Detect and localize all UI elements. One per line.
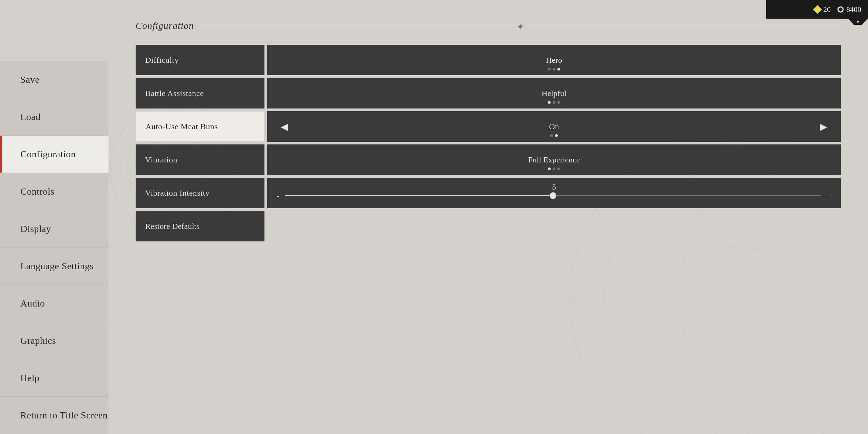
- sidebar-item-controls[interactable]: Controls: [0, 173, 108, 210]
- vibration-dots: [548, 167, 560, 170]
- sidebar-label-configuration: Configuration: [20, 149, 76, 160]
- sidebar-item-language[interactable]: Language Settings: [0, 248, 108, 285]
- arrow-right[interactable]: ▶: [813, 118, 834, 136]
- dot-1: [548, 101, 551, 104]
- dot-2: [553, 167, 555, 170]
- vibration-intensity-row: Vibration Intensity 5 - +: [136, 178, 841, 208]
- sidebar-label-graphics: Graphics: [20, 335, 56, 346]
- vibration-label: Vibration: [136, 144, 264, 175]
- battle-assistance-value[interactable]: Helpful: [267, 78, 841, 108]
- slider-decrease-button[interactable]: -: [277, 186, 279, 200]
- auto-use-row: Auto-Use Meat Buns ◀ On ▶: [136, 111, 841, 142]
- difficulty-value[interactable]: Hero: [267, 45, 841, 75]
- currency-1: 20: [814, 5, 831, 14]
- vibration-row: Vibration Full Experience: [136, 144, 841, 175]
- currency-1-value: 20: [823, 5, 831, 14]
- config-header: Configuration ◈: [136, 20, 841, 31]
- dot-2: [555, 134, 558, 137]
- currency-2: 8400: [837, 5, 861, 14]
- auto-use-label: Auto-Use Meat Buns: [136, 111, 264, 142]
- slider-increase-button[interactable]: +: [827, 186, 831, 200]
- slider-fill: [285, 195, 553, 196]
- vibration-intensity-label: Vibration Intensity: [136, 178, 264, 208]
- dot-3: [557, 68, 560, 71]
- dot-3: [557, 101, 560, 104]
- sidebar: Save Load Configuration Controls Display…: [0, 0, 108, 434]
- dot-1: [548, 167, 551, 170]
- auto-use-dots: [550, 134, 558, 137]
- sidebar-label-language: Language Settings: [20, 261, 94, 272]
- slider-track[interactable]: [285, 195, 821, 196]
- header-ornament: ◈: [515, 22, 526, 30]
- sidebar-item-help[interactable]: Help: [0, 359, 108, 397]
- difficulty-dots: [548, 68, 560, 71]
- sidebar-item-configuration[interactable]: Configuration: [0, 136, 108, 173]
- sidebar-label-display: Display: [20, 223, 51, 234]
- sidebar-item-save[interactable]: Save: [0, 61, 108, 98]
- vibration-value[interactable]: Full Experience: [267, 144, 841, 175]
- battle-assistance-label: Battle Assistance: [136, 78, 264, 108]
- sidebar-item-return[interactable]: Return to Title Screen: [0, 397, 108, 434]
- settings-container: Difficulty Hero Battle Assistance Helpfu…: [136, 45, 841, 241]
- header-line: ◈: [201, 26, 841, 26]
- main-content: Configuration ◈ Difficulty Hero Battl: [108, 0, 868, 434]
- slider-value-display: 5: [552, 182, 556, 192]
- sidebar-label-audio: Audio: [20, 298, 45, 309]
- slider-thumb[interactable]: [550, 192, 556, 199]
- sidebar-label-load: Load: [20, 112, 41, 122]
- restore-defaults-row: Restore Defaults: [136, 211, 841, 241]
- arrow-left[interactable]: ◀: [274, 118, 295, 136]
- sidebar-item-display[interactable]: Display: [0, 210, 108, 248]
- vibration-intensity-slider[interactable]: 5 - +: [267, 178, 841, 208]
- battle-assistance-dots: [548, 101, 560, 104]
- sidebar-label-return: Return to Title Screen: [20, 410, 108, 421]
- sidebar-item-audio[interactable]: Audio: [0, 285, 108, 322]
- difficulty-row: Difficulty Hero: [136, 45, 841, 75]
- dot-3: [557, 167, 560, 170]
- diamond-icon: [813, 5, 822, 14]
- battle-assistance-row: Battle Assistance Helpful: [136, 78, 841, 108]
- dot-1: [550, 134, 553, 137]
- top-bar: 20 8400 ▾: [766, 0, 868, 19]
- sidebar-item-load[interactable]: Load: [0, 98, 108, 136]
- circle-icon: [837, 6, 844, 13]
- sidebar-item-graphics[interactable]: Graphics: [0, 322, 108, 359]
- page-title: Configuration: [136, 20, 194, 31]
- dot-1: [548, 68, 551, 71]
- dot-2: [553, 68, 555, 71]
- currency-2-value: 8400: [846, 5, 861, 14]
- dot-2: [553, 101, 555, 104]
- restore-defaults-button[interactable]: Restore Defaults: [136, 211, 264, 241]
- sidebar-label-help: Help: [20, 373, 39, 383]
- sidebar-label-save: Save: [20, 74, 39, 85]
- sidebar-label-controls: Controls: [20, 186, 54, 197]
- auto-use-value[interactable]: ◀ On ▶: [267, 111, 841, 142]
- difficulty-label: Difficulty: [136, 45, 264, 75]
